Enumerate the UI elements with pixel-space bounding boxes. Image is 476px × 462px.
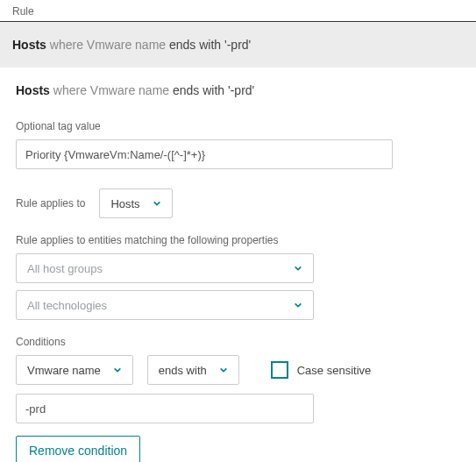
condition-value-input[interactable] <box>16 394 314 423</box>
optional-tag-label: Optional tag value <box>16 120 460 132</box>
remove-condition-button[interactable]: Remove condition <box>16 436 140 462</box>
condition-property-select[interactable]: Vmware name <box>16 355 133 385</box>
applies-to-label: Rule applies to <box>16 197 85 210</box>
condition-property-value: Vmware name <box>27 364 101 377</box>
rule-summary-line: Hosts where Vmware name ends with '-prd' <box>12 38 464 52</box>
chevron-down-icon <box>153 199 161 208</box>
summary2-where: where <box>53 83 87 97</box>
chevron-down-icon <box>294 301 302 309</box>
summary2-value: '-prd' <box>228 83 254 97</box>
case-sensitive-label: Case sensitive <box>297 364 372 377</box>
optional-tag-input[interactable] <box>16 139 393 169</box>
applies-to-select[interactable]: Hosts <box>99 188 172 218</box>
matching-label: Rule applies to entities matching the fo… <box>16 234 460 246</box>
summary-entity: Hosts <box>12 38 46 52</box>
host-groups-value: All host groups <box>27 262 103 275</box>
rule-section-title: Rule <box>12 5 34 18</box>
applies-to-value: Hosts <box>110 197 139 210</box>
summary2-op: ends with <box>173 83 224 97</box>
rule-summary-repeat: Hosts where Vmware name ends with '-prd' <box>16 83 460 97</box>
case-sensitive-checkbox[interactable] <box>271 361 288 379</box>
summary-property: Vmware name <box>87 38 166 52</box>
chevron-down-icon <box>113 366 122 374</box>
chevron-down-icon <box>219 366 228 374</box>
technologies-select[interactable]: All technologies <box>16 290 314 320</box>
summary-where: where <box>50 38 83 52</box>
summary2-property: Vmware name <box>90 83 169 97</box>
chevron-down-icon <box>294 264 302 273</box>
rule-summary-bar: Hosts where Vmware name ends with '-prd' <box>0 22 476 68</box>
condition-operator-select[interactable]: ends with <box>147 355 239 385</box>
summary2-entity: Hosts <box>16 83 50 97</box>
summary-op: ends with <box>169 38 221 52</box>
host-groups-select[interactable]: All host groups <box>16 253 314 283</box>
condition-operator-value: ends with <box>159 364 207 377</box>
conditions-label: Conditions <box>16 336 460 348</box>
remove-condition-label: Remove condition <box>29 444 127 458</box>
rule-section-header: Rule <box>0 0 476 22</box>
technologies-value: All technologies <box>27 299 107 312</box>
summary-value: '-prd' <box>224 38 251 52</box>
